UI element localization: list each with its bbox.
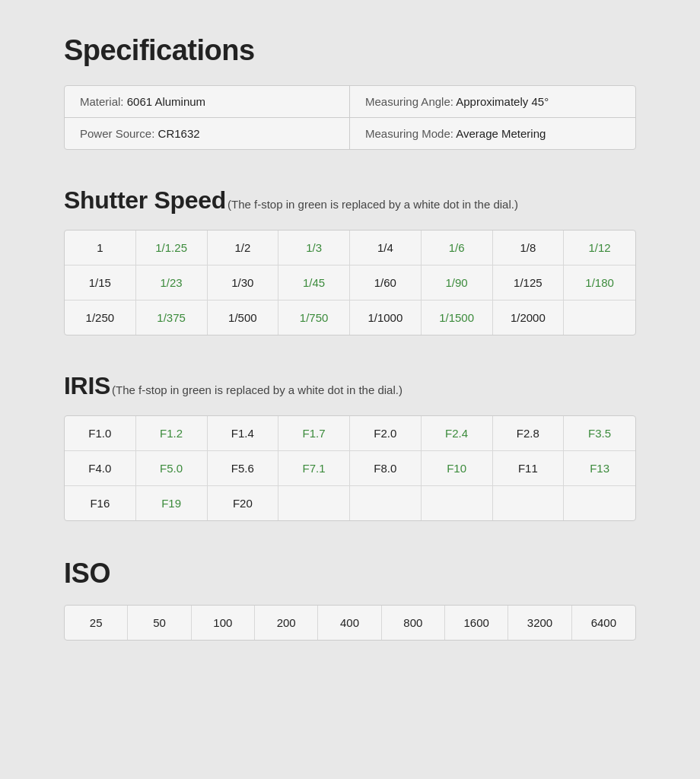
shutter-cell: 1/8 [493, 231, 565, 265]
material-cell: Material: 6061 Aluminum [65, 86, 350, 118]
page-title: Specifications [64, 34, 636, 67]
iris-heading: IRIS (The f-stop in green is replaced by… [64, 372, 636, 400]
shutter-cell: 1/2 [208, 231, 279, 265]
iris-cell: F4.0 [65, 451, 136, 486]
shutter-cell: 1/250 [65, 300, 136, 335]
iris-cell: F10 [422, 451, 493, 486]
iris-grid: F1.0F1.2F1.4F1.7F2.0F2.4F2.8F3.5F4.0F5.0… [64, 415, 636, 521]
shutter-cell: 1/180 [564, 265, 635, 300]
measuring-mode-value: Average Metering [456, 127, 546, 140]
shutter-cell: 1/500 [208, 300, 279, 335]
measuring-mode-label: Measuring Mode: [365, 127, 453, 140]
shutter-speed-grid: 11/1.251/21/31/41/61/81/121/151/231/301/… [64, 230, 636, 335]
measuring-angle-value: Approximately 45° [456, 95, 549, 108]
iso-cell: 6400 [572, 606, 635, 640]
iso-section: ISO 2550100200400800160032006400 [64, 558, 636, 641]
iris-title: IRIS [64, 372, 110, 400]
material-value: 6061 Aluminum [127, 95, 205, 108]
iris-note: (The f-stop in green is replaced by a wh… [112, 383, 402, 396]
power-source-cell: Power Source: CR1632 [65, 118, 350, 149]
shutter-speed-title: Shutter Speed [64, 186, 226, 215]
shutter-cell: 1/30 [208, 265, 279, 300]
iso-grid: 2550100200400800160032006400 [64, 605, 636, 641]
iso-cell: 25 [65, 606, 128, 640]
shutter-speed-section: Shutter Speed (The f-stop in green is re… [64, 186, 636, 335]
shutter-cell: 1/125 [493, 265, 565, 300]
iris-cell: F1.4 [208, 416, 279, 451]
iso-cell: 100 [192, 606, 255, 640]
iris-cell: F7.1 [278, 451, 350, 486]
iris-cell: F8.0 [350, 451, 422, 486]
shutter-speed-heading: Shutter Speed (The f-stop in green is re… [64, 186, 636, 215]
shutter-cell: 1/3 [278, 231, 350, 265]
iso-cell: 200 [255, 606, 318, 640]
shutter-cell: 1/375 [136, 300, 208, 335]
iris-section: IRIS (The f-stop in green is replaced by… [64, 372, 636, 521]
page-container: Specifications Material: 6061 Aluminum M… [0, 0, 700, 723]
power-source-label: Power Source: [80, 127, 154, 140]
shutter-cell: 1/90 [422, 265, 493, 300]
iso-cell: 3200 [508, 606, 571, 640]
material-label: Material: [80, 95, 124, 108]
iris-cell: F16 [65, 486, 136, 520]
measuring-angle-cell: Measuring Angle: Approximately 45° [350, 86, 635, 118]
measuring-mode-cell: Measuring Mode: Average Metering [350, 118, 635, 149]
iris-cell [493, 486, 565, 520]
iso-cell: 1600 [445, 606, 508, 640]
shutter-cell: 1/1.25 [136, 231, 208, 265]
iris-cell [350, 486, 422, 520]
iris-cell: F5.6 [208, 451, 279, 486]
iso-cell: 50 [128, 606, 191, 640]
iso-title: ISO [64, 558, 110, 590]
shutter-speed-note: (The f-stop in green is replaced by a wh… [228, 198, 518, 211]
shutter-cell: 1/23 [136, 265, 208, 300]
shutter-cell: 1/1000 [350, 300, 422, 335]
specs-info-grid: Material: 6061 Aluminum Measuring Angle:… [64, 85, 636, 150]
iris-cell: F20 [208, 486, 279, 520]
iris-cell: F1.7 [278, 416, 350, 451]
shutter-cell: 1/60 [350, 265, 422, 300]
iris-cell [564, 486, 635, 520]
power-source-value: CR1632 [158, 127, 200, 140]
iris-cell: F1.0 [65, 416, 136, 451]
iris-cell: F1.2 [136, 416, 208, 451]
iso-cell: 400 [318, 606, 381, 640]
shutter-cell: 1/45 [278, 265, 350, 300]
shutter-cell: 1/15 [65, 265, 136, 300]
iris-cell: F3.5 [564, 416, 635, 451]
shutter-cell: 1/6 [422, 231, 493, 265]
iris-cell: F2.0 [350, 416, 422, 451]
iris-cell: F13 [564, 451, 635, 486]
shutter-cell: 1/12 [564, 231, 635, 265]
iris-cell [278, 486, 350, 520]
shutter-cell: 1/4 [350, 231, 422, 265]
iso-cell: 800 [382, 606, 445, 640]
shutter-cell [564, 300, 635, 335]
measuring-angle-label: Measuring Angle: [365, 95, 453, 108]
iris-cell: F11 [493, 451, 565, 486]
shutter-cell: 1/1500 [422, 300, 493, 335]
iris-cell [422, 486, 493, 520]
iris-cell: F2.8 [493, 416, 565, 451]
iris-cell: F2.4 [422, 416, 493, 451]
iso-heading: ISO [64, 558, 636, 590]
shutter-cell: 1 [65, 231, 136, 265]
shutter-cell: 1/2000 [493, 300, 565, 335]
iris-cell: F5.0 [136, 451, 208, 486]
shutter-cell: 1/750 [278, 300, 350, 335]
iris-cell: F19 [136, 486, 208, 520]
